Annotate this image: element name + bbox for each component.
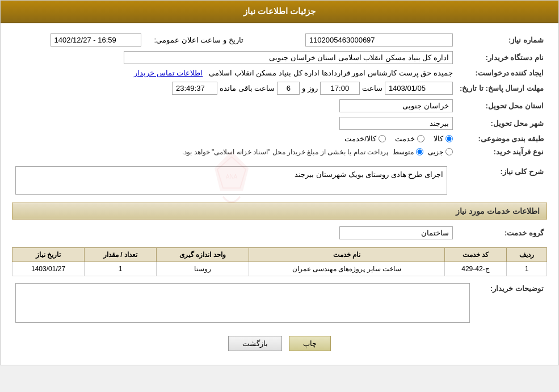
service-group-table: گروه خدمت: ساختمان <box>12 224 547 242</box>
purchase-type-row: نوع فرآیند خرید: جزیی متوسط پرداخت تمام … <box>12 145 547 158</box>
service-group-value: ساختمان <box>339 226 453 239</box>
print-button[interactable]: چاپ <box>289 336 331 351</box>
services-section-title: اطلاعات خدمات مورد نیاز <box>12 203 547 220</box>
row-num: 1 <box>507 262 547 276</box>
reply-deadline-container: 1403/01/05 ساعت 17:00 روز و 6 ساعت باقی … <box>15 82 453 95</box>
category-kala-khadamat: کالا/خدمت <box>344 134 386 143</box>
col-code: کد خدمت <box>444 248 506 262</box>
purchase-motavaset-label: متوسط <box>393 148 414 156</box>
reply-days-label: روز و <box>302 84 318 92</box>
category-khadamat-radio[interactable] <box>417 135 424 142</box>
need-desc-label: شرح کلی نیاز: <box>473 164 547 197</box>
button-row: چاپ بازگشت <box>12 336 547 351</box>
page-title: جزئیات اطلاعات نیاز <box>243 6 316 16</box>
category-khadamat-label: خدمت <box>395 134 415 143</box>
creator-value: جمیده حق پرست کارشناس امور قراردادها ادا… <box>209 69 453 77</box>
services-table: ردیف کد خدمت نام خدمت واحد اندازه گیری ت… <box>12 247 547 276</box>
need-number-value: 1102005463000697 <box>305 33 453 47</box>
buyer-desc-row: توضیحات خریدار: <box>12 281 547 327</box>
service-group-label: گروه خدمت: <box>456 224 547 242</box>
purchase-type-label: نوع فرآیند خرید: <box>456 145 547 158</box>
purchase-jozi: جزیی <box>428 148 453 156</box>
row-date: 1403/01/27 <box>12 262 85 276</box>
reply-days: 6 <box>277 82 300 95</box>
category-kala-label: کالا <box>434 134 443 143</box>
category-label: طبقه بندی موضوعی: <box>456 132 547 145</box>
need-desc-value: اجرای طرح هادی روستای بویک شهرستان بیرجن… <box>15 166 447 195</box>
buyer-org-value: اداره کل بنیاد مسکن انقلاب اسلامی استان … <box>124 51 453 64</box>
buyer-desc-input[interactable] <box>15 283 470 323</box>
svg-text:ANA: ANA <box>225 174 237 180</box>
delivery-city-label: شهر محل تحویل: <box>456 115 547 132</box>
creator-label: ایجاد کننده درخواست: <box>456 66 547 79</box>
buyer-org-row: نام دستگاه خریدار: اداره کل بنیاد مسکن ا… <box>12 49 547 66</box>
category-kala: کالا <box>434 134 453 143</box>
need-desc-table: شرح کلی نیاز: اجرای طرح هادی روستای بویک… <box>12 164 547 197</box>
category-kala-khadamat-radio[interactable] <box>379 135 386 142</box>
content-area: شماره نیاز: 1102005463000697 تاریخ و ساع… <box>1 23 558 365</box>
category-kala-radio[interactable] <box>445 135 453 142</box>
reply-remaining-label: ساعت باقی مانده <box>220 84 275 92</box>
category-row: طبقه بندی موضوعی: کالا خدمت <box>12 132 547 145</box>
announce-label: تاریخ و ساعت اعلان عمومی: <box>145 31 247 49</box>
reply-deadline-row: مهلت ارسال پاسخ: تا تاریخ: 1403/01/05 سا… <box>12 79 547 97</box>
category-radio-group: کالا خدمت کالا/خدمت <box>15 134 453 143</box>
row-code: ج-42-429 <box>444 262 506 276</box>
category-khadamat: خدمت <box>395 134 424 143</box>
reply-time: 17:00 <box>320 82 360 95</box>
page-wrapper: جزئیات اطلاعات نیاز شماره نیاز: 11020054… <box>0 0 559 365</box>
need-number-label: شماره نیاز: <box>456 31 547 49</box>
col-row: ردیف <box>507 248 547 262</box>
col-name: نام خدمت <box>249 248 444 262</box>
row-qty: 1 <box>85 262 157 276</box>
table-row: 1 ج-42-429 ساخت سایر پروژه‌های مهندسی عم… <box>12 262 547 276</box>
purchase-motavaset: متوسط <box>393 148 423 156</box>
reply-time-label: ساعت <box>362 84 383 92</box>
reply-deadline-label: مهلت ارسال پاسخ: تا تاریخ: <box>456 79 547 97</box>
category-kala-khadamat-label: کالا/خدمت <box>344 134 376 143</box>
row-unit: روستا <box>157 262 249 276</box>
need-desc-text: اجرای طرح هادی روستای بویک شهرستان بیرجن… <box>295 170 443 179</box>
purchase-motavaset-radio[interactable] <box>416 148 423 155</box>
purchase-jozi-radio[interactable] <box>445 148 453 155</box>
buyer-org-label: نام دستگاه خریدار: <box>456 49 547 66</box>
reply-remaining: 23:49:37 <box>172 82 217 95</box>
purchase-jozi-label: جزیی <box>428 148 443 156</box>
row-service-name: ساخت سایر پروژه‌های مهندسی عمران <box>249 262 444 276</box>
creator-link[interactable]: اطلاعات تماس خریدار <box>134 69 203 77</box>
purchase-type-container: جزیی متوسط پرداخت تمام یا بخشی از مبلغ خ… <box>15 148 453 156</box>
delivery-city-row: شهر محل تحویل: بیرجند <box>12 115 547 132</box>
need-number-row: شماره نیاز: 1102005463000697 تاریخ و ساع… <box>12 31 547 49</box>
back-button[interactable]: بازگشت <box>228 336 282 351</box>
buyer-desc-label: توضیحات خریدار: <box>473 281 547 327</box>
service-table-header: ردیف کد خدمت نام خدمت واحد اندازه گیری ت… <box>12 248 547 262</box>
col-unit: واحد اندازه گیری <box>157 248 249 262</box>
page-header: جزئیات اطلاعات نیاز <box>1 1 558 23</box>
info-table: شماره نیاز: 1102005463000697 تاریخ و ساع… <box>12 31 547 158</box>
creator-row: ایجاد کننده درخواست: جمیده حق پرست کارشن… <box>12 66 547 79</box>
need-desc-row: شرح کلی نیاز: اجرای طرح هادی روستای بویک… <box>12 164 547 197</box>
delivery-city-value: بیرجند <box>339 117 453 130</box>
service-group-row: گروه خدمت: ساختمان <box>12 224 547 242</box>
delivery-province-row: استان محل تحویل: خراسان جنوبی <box>12 97 547 115</box>
announce-value: 1402/12/27 - 16:59 <box>51 33 141 47</box>
delivery-province-value: خراسان جنوبی <box>339 99 453 112</box>
buyer-desc-table: توضیحات خریدار: <box>12 281 547 327</box>
col-date: تاریخ نیاز <box>12 248 85 262</box>
purchase-type-note: پرداخت تمام یا بخشی از مبلغ خریدار محل "… <box>182 148 388 156</box>
delivery-province-label: استان محل تحویل: <box>456 97 547 115</box>
reply-date: 1403/01/05 <box>385 82 453 95</box>
col-qty: تعداد / مقدار <box>85 248 157 262</box>
